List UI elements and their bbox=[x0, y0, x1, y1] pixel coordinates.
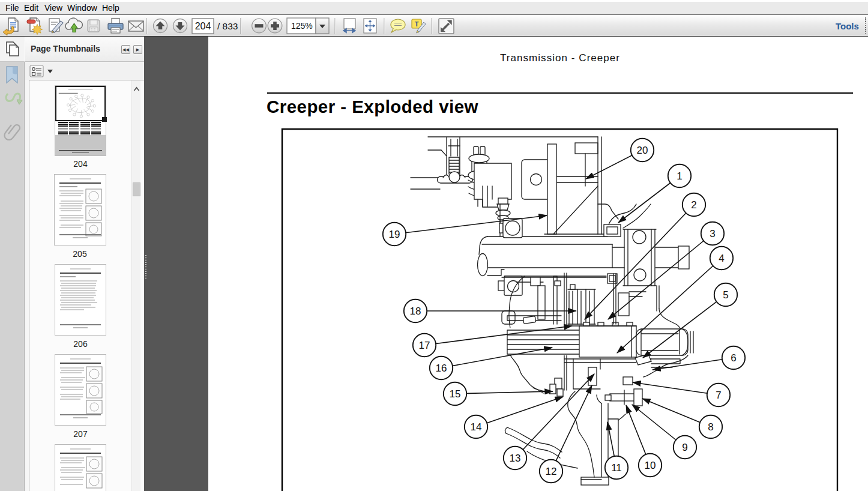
svg-text:8: 8 bbox=[708, 421, 713, 433]
svg-text:15: 15 bbox=[450, 388, 461, 400]
svg-text:2: 2 bbox=[691, 199, 696, 211]
svg-text:16: 16 bbox=[436, 363, 447, 374]
svg-text:1: 1 bbox=[677, 170, 682, 182]
svg-text:10: 10 bbox=[645, 460, 656, 471]
svg-text:20: 20 bbox=[637, 145, 648, 156]
svg-text:5: 5 bbox=[723, 289, 728, 301]
svg-text:6: 6 bbox=[731, 352, 736, 364]
svg-text:14: 14 bbox=[471, 421, 482, 433]
svg-text:18: 18 bbox=[410, 306, 421, 317]
svg-text:9: 9 bbox=[682, 442, 687, 453]
svg-text:17: 17 bbox=[419, 340, 430, 351]
svg-text:11: 11 bbox=[611, 462, 622, 474]
svg-text:12: 12 bbox=[546, 466, 557, 477]
svg-text:13: 13 bbox=[510, 453, 521, 464]
svg-text:7: 7 bbox=[716, 390, 721, 401]
svg-text:4: 4 bbox=[719, 253, 724, 264]
svg-text:19: 19 bbox=[389, 229, 400, 240]
svg-text:3: 3 bbox=[710, 228, 715, 239]
